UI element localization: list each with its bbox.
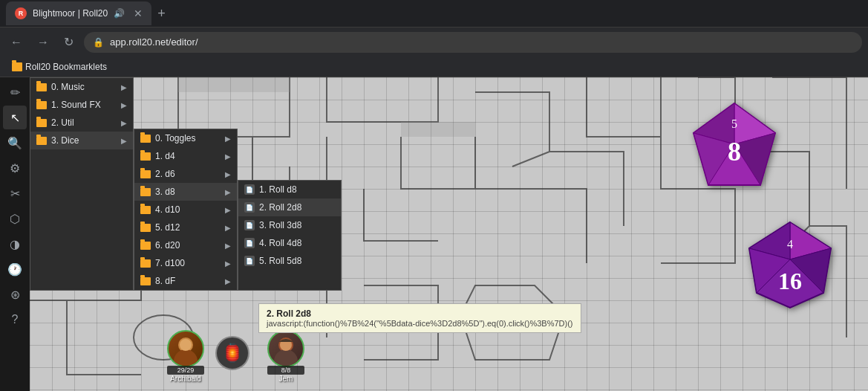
- dice-d10-purple: 16 4: [742, 219, 838, 315]
- svg-point-21: [274, 349, 298, 366]
- bookmark-icon: 📄: [244, 238, 255, 248]
- tab-bar: R Blightmoor | Roll20 🔊 ✕ +: [0, 0, 868, 27]
- fog-tool[interactable]: ◑: [3, 232, 27, 256]
- menu-item-d6[interactable]: 2. d6 ▶: [134, 165, 237, 183]
- menu-item-df[interactable]: 8. dF ▶: [134, 272, 237, 290]
- clock-tool[interactable]: 🕐: [3, 257, 27, 281]
- help-button[interactable]: ?: [3, 308, 27, 332]
- token-hp-jem: 8/8: [267, 366, 304, 375]
- menu-item-d100[interactable]: 7. d100 ▶: [134, 254, 237, 272]
- address-bar[interactable]: 🔒 app.roll20.net/editor/: [84, 32, 862, 53]
- menu-item-util[interactable]: 2. Util ▶: [30, 114, 133, 132]
- menu-item-soundfx[interactable]: 1. Sound FX ▶: [30, 96, 133, 114]
- address-text: app.roll20.net/editor/: [110, 36, 198, 48]
- token-hp-archibald: 29/29: [167, 366, 204, 375]
- main-content: ✏ ↖ 🔍 ⚙ ✂ ⬡ ◑ 🕐 ⊛ ?: [0, 77, 868, 391]
- bookmark-icon: 📄: [244, 202, 255, 213]
- svg-point-19: [180, 339, 192, 351]
- new-tab-button[interactable]: +: [154, 3, 169, 25]
- tooltip-box: 2. Roll 2d8 javascript:(function()%7B%24…: [258, 303, 581, 333]
- menu-item-roll-4d8[interactable]: 📄 4. Roll 4d8: [238, 234, 341, 252]
- folder-icon: [140, 152, 151, 161]
- folder-icon: [140, 135, 151, 143]
- menu-item-d20[interactable]: 6. d20 ▶: [134, 236, 237, 254]
- folder-icon: [140, 170, 151, 178]
- tab-favicon: R: [15, 7, 27, 19]
- dice-d8-purple-1: 8 5: [690, 100, 779, 196]
- tooltip-title: 2. Roll 2d8: [267, 308, 573, 319]
- bookmark-icon: 📄: [244, 220, 255, 230]
- svg-text:5: 5: [731, 117, 737, 130]
- bookmark-folder-icon: [12, 62, 22, 71]
- menu-item-d8[interactable]: 3. d8 ▶: [134, 183, 237, 201]
- menu-item-music[interactable]: 0. Music ▶: [30, 78, 133, 96]
- svg-point-18: [174, 349, 198, 366]
- menu-item-d10[interactable]: 4. d10 ▶: [134, 201, 237, 219]
- menu-item-toggles[interactable]: 0. Toggles ▶: [134, 129, 237, 147]
- folder-icon: [140, 206, 151, 214]
- folder-icon: [36, 101, 47, 109]
- menu-item-dice[interactable]: 3. Dice ▶: [30, 132, 133, 149]
- token-tool[interactable]: ⊛: [3, 282, 27, 306]
- folder-icon: [140, 277, 151, 285]
- bookmark-label: Roll20 Bookmarklets: [25, 62, 107, 72]
- token-name-jem: Jem: [267, 375, 304, 383]
- bookmarks-bar: Roll20 Bookmarklets: [0, 56, 868, 77]
- folder-icon: [140, 242, 151, 250]
- measure-tool[interactable]: ✂: [3, 181, 27, 205]
- dropdown-overlay: 0. Music ▶ 1. Sound FX ▶ 2. Util ▶ 3. Di…: [30, 77, 342, 291]
- bookmark-roll20[interactable]: Roll20 Bookmarklets: [6, 60, 113, 74]
- menu-item-roll-2d8[interactable]: 📄 2. Roll 2d8: [238, 198, 341, 216]
- forward-button[interactable]: →: [33, 33, 53, 52]
- lock-icon: 🔒: [93, 37, 104, 48]
- select-tool[interactable]: ↖: [3, 106, 27, 129]
- menu-level1: 0. Toggles ▶ 1. d4 ▶ 2. d6 ▶ 3. d8 ▶ 4. …: [134, 129, 238, 291]
- browser-chrome: R Blightmoor | Roll20 🔊 ✕ + ← → ↻ 🔒 app.…: [0, 0, 868, 77]
- back-button[interactable]: ←: [6, 33, 27, 52]
- tooltip-url: javascript:(function()%7B%24("%5Bdata-di…: [267, 319, 573, 328]
- settings-tool[interactable]: ⚙: [3, 156, 27, 180]
- active-tab[interactable]: R Blightmoor | Roll20 🔊 ✕: [6, 1, 151, 25]
- left-toolbar: ✏ ↖ 🔍 ⚙ ✂ ⬡ ◑ 🕐 ⊛ ?: [0, 77, 30, 391]
- menu-item-d4[interactable]: 1. d4 ▶: [134, 147, 237, 165]
- folder-icon: [36, 137, 47, 145]
- svg-rect-2: [401, 122, 475, 137]
- folder-icon: [140, 188, 151, 196]
- nav-bar: ← → ↻ 🔒 app.roll20.net/editor/: [0, 27, 868, 56]
- menu-item-d12[interactable]: 5. d12 ▶: [134, 219, 237, 236]
- folder-icon: [36, 119, 47, 127]
- token-lantern[interactable]: 🏮: [215, 336, 249, 370]
- menu-item-roll-5d8[interactable]: 📄 5. Roll 5d8: [238, 252, 341, 270]
- menu-item-roll-d8[interactable]: 📄 1. Roll d8: [238, 181, 341, 198]
- token-archibald[interactable]: 29/29 Archibald: [167, 330, 204, 383]
- svg-text:8: 8: [728, 137, 741, 167]
- menu-item-roll-3d8[interactable]: 📄 3. Roll 3d8: [238, 216, 341, 234]
- folder-icon: [140, 259, 151, 268]
- token-jem[interactable]: 8/8 Jem: [267, 330, 304, 383]
- svg-text:4: 4: [787, 238, 793, 251]
- pencil-tool[interactable]: ✏: [3, 80, 27, 104]
- refresh-button[interactable]: ↻: [59, 32, 78, 52]
- svg-text:16: 16: [778, 268, 802, 294]
- menu-level2: 📄 1. Roll d8 📄 2. Roll 2d8 📄 3. Roll 3d8…: [238, 180, 342, 291]
- zoom-tool[interactable]: 🔍: [3, 131, 27, 155]
- tab-sound-icon[interactable]: 🔊: [114, 8, 125, 19]
- bookmark-icon: 📄: [244, 184, 255, 195]
- token-name-archibald: Archibald: [167, 375, 204, 383]
- hex-tool[interactable]: ⬡: [3, 207, 27, 230]
- bookmark-icon: 📄: [244, 256, 255, 266]
- folder-icon: [36, 83, 47, 91]
- folder-icon: [140, 224, 151, 232]
- menu-level0: 0. Music ▶ 1. Sound FX ▶ 2. Util ▶ 3. Di…: [30, 77, 134, 291]
- tab-title: Blightmoor | Roll20: [33, 8, 108, 19]
- tab-close-icon[interactable]: ✕: [134, 7, 143, 19]
